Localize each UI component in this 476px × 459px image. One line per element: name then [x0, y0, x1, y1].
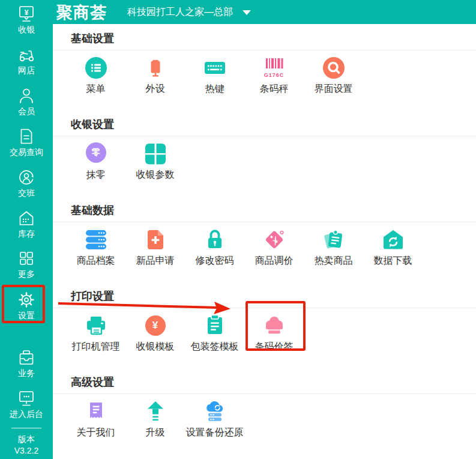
item-label: 热键	[205, 83, 224, 95]
section-title: 基础设置	[71, 31, 476, 46]
section-print-settings: 打印设置 打印机管理 ¥ 收银模板 包装签模板 条码价签	[53, 282, 476, 353]
sidebar-item-cashier[interactable]: ¥ 收银	[0, 5, 53, 35]
section-basic-settings: 基础设置 菜单 外设 热键 G176C	[53, 24, 476, 95]
sidebar-item-label: 会员	[18, 106, 35, 117]
item-product-archive[interactable]: 商品档案	[66, 228, 125, 267]
item-label: 包装签模板	[191, 341, 239, 353]
section-basic-data: 基础数据 商品档案 新品申请 修改密码 ¥ 商品调价	[53, 196, 476, 267]
store-selector[interactable]: 科技园打工人之家—总部	[127, 0, 251, 24]
inventory-house-icon	[17, 209, 35, 227]
item-label: 打印机管理	[72, 341, 120, 353]
business-inbox-icon	[17, 348, 35, 366]
item-peripherals[interactable]: 外设	[125, 56, 185, 95]
item-barcode-price-label[interactable]: 条码价签	[244, 314, 304, 353]
section-cashier-settings: 收银设置 零 抹零 收银参数	[53, 110, 476, 181]
item-label: 数据下载	[374, 255, 412, 267]
hotkey-keyboard-icon	[203, 56, 226, 79]
svg-text:¥: ¥	[25, 8, 29, 17]
receipt-template-icon	[144, 314, 167, 337]
item-upgrade[interactable]: 升级	[125, 400, 185, 439]
pos-settings-page: 聚商荟 科技园打工人之家—总部 ¥ 收银 网店 会员 交易查询 交班 库存 更多…	[0, 0, 476, 459]
new-product-icon	[144, 228, 167, 251]
barcode-price-chef-hat-icon	[263, 314, 286, 337]
price-adjust-tag-icon: ¥	[263, 228, 286, 251]
item-label: 界面设置	[315, 83, 353, 95]
sidebar-item-shift-change[interactable]: 交班	[0, 168, 53, 199]
data-download-house-icon	[382, 228, 405, 251]
product-archive-icon	[85, 228, 107, 251]
item-label: 菜单	[86, 83, 106, 95]
item-interface-settings[interactable]: 界面设置	[304, 56, 363, 95]
menu-list-icon	[85, 56, 107, 79]
sidebar-item-label: 更多	[18, 269, 35, 280]
sidebar-item-member[interactable]: 会员	[0, 87, 53, 117]
gear-icon	[17, 291, 35, 309]
item-label: 收银模板	[136, 341, 175, 353]
section-title: 打印设置	[71, 289, 476, 303]
sidebar-item-label: 网店	[18, 65, 35, 76]
item-label: 商品调价	[255, 255, 294, 267]
section-title: 基础数据	[71, 203, 476, 217]
shift-change-icon	[17, 168, 35, 186]
app-logo: 聚商荟	[56, 2, 107, 23]
sidebar-item-business[interactable]: 业务	[0, 348, 53, 379]
item-label: 条码价签	[255, 341, 294, 353]
item-package-label-template[interactable]: 包装签模板	[185, 314, 244, 353]
sidebar-item-settings[interactable]: 设置	[0, 291, 53, 321]
store-name: 科技园打工人之家—总部	[127, 7, 233, 17]
sidebar-item-enter-backend[interactable]: 进入后台	[0, 389, 53, 420]
peripheral-device-icon	[144, 56, 167, 79]
item-label: 抹零	[86, 169, 106, 181]
backup-restore-cloud-icon	[203, 400, 226, 423]
item-label: 条码秤	[260, 83, 289, 95]
item-receipt-template[interactable]: ¥ 收银模板	[125, 314, 185, 353]
transaction-doc-icon	[17, 127, 35, 145]
section-advanced-settings: 高级设置 关于我们 升级 设置备份还原	[53, 368, 476, 439]
sidebar-item-label: 进入后台	[10, 409, 43, 420]
member-icon	[17, 87, 35, 105]
item-about-us[interactable]: 关于我们	[66, 400, 125, 439]
sidebar-item-label: 库存	[18, 229, 35, 240]
item-label: 商品档案	[77, 255, 115, 267]
item-price-adjust[interactable]: ¥ 商品调价	[244, 228, 304, 267]
change-password-lock-icon	[203, 228, 226, 251]
interface-magnifier-icon	[322, 56, 345, 79]
item-cashier-params[interactable]: 收银参数	[125, 142, 185, 181]
more-grid-icon	[17, 249, 35, 267]
cashier-monitor-icon: ¥	[17, 5, 35, 23]
version-info: 版本 V3.2.2	[0, 434, 53, 457]
sidebar-item-label: 收银	[18, 25, 35, 35]
sidebar-item-transaction-query[interactable]: 交易查询	[0, 127, 53, 158]
item-change-password[interactable]: 修改密码	[185, 228, 244, 267]
scooter-icon	[17, 46, 35, 64]
sidebar-item-label: 设置	[18, 311, 35, 321]
chevron-down-icon	[243, 10, 251, 15]
item-backup-restore[interactable]: 设置备份还原	[185, 400, 244, 439]
item-label: 收银参数	[136, 169, 175, 181]
scale-model-code: G176C	[244, 72, 304, 78]
package-label-clipboard-icon	[203, 314, 226, 337]
item-label: 外设	[146, 83, 165, 95]
version-label: 版本	[0, 434, 53, 445]
section-title: 高级设置	[71, 375, 476, 389]
item-printer-management[interactable]: 打印机管理	[66, 314, 125, 353]
cashier-params-icon	[144, 142, 167, 165]
sidebar-item-online-store[interactable]: 网店	[0, 46, 53, 76]
item-barcode-scale[interactable]: G176C 条码秤	[244, 56, 304, 95]
sidebar-item-label: 交易查询	[10, 147, 43, 158]
section-title: 收银设置	[71, 117, 476, 132]
round-off-icon	[85, 142, 107, 165]
item-label: 关于我们	[77, 427, 115, 439]
item-new-product[interactable]: 新品申请	[125, 228, 185, 267]
item-menu[interactable]: 菜单	[66, 56, 125, 95]
item-hotkeys[interactable]: 热键	[185, 56, 244, 95]
item-round-off[interactable]: 零 抹零	[66, 142, 125, 181]
item-hot-sale[interactable]: 热卖商品	[304, 228, 363, 267]
sidebar-divider	[11, 428, 41, 428]
sidebar-item-more[interactable]: 更多	[0, 249, 53, 280]
backend-monitor-icon	[17, 389, 35, 407]
sidebar-item-inventory[interactable]: 库存	[0, 209, 53, 240]
item-data-download[interactable]: 数据下载	[363, 228, 423, 267]
sidebar-item-label: 交班	[18, 188, 35, 199]
hot-sale-notepad-icon	[322, 228, 345, 251]
